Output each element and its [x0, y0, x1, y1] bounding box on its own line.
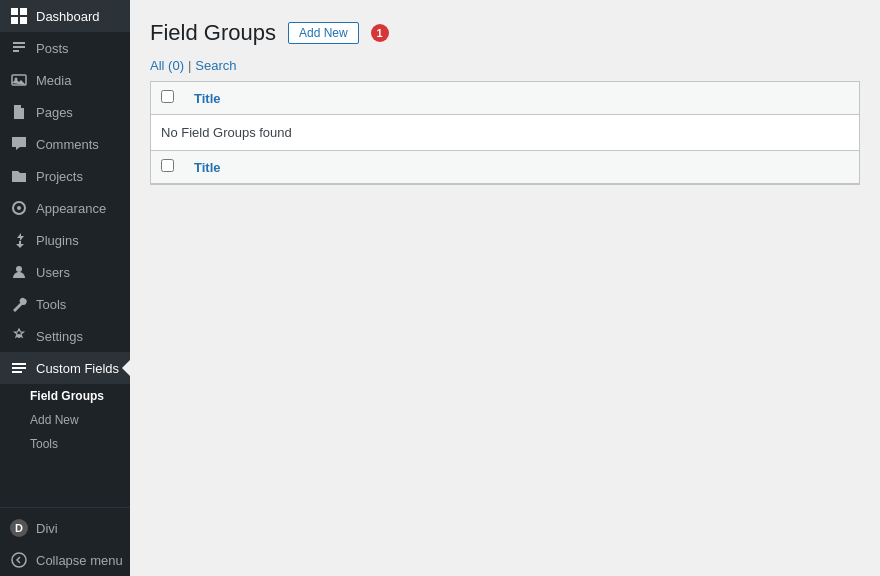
sidebar-item-posts[interactable]: Posts	[0, 32, 130, 64]
table-header-row: Title	[151, 82, 859, 115]
notification-badge: 1	[371, 24, 389, 42]
submenu-item-tools[interactable]: Tools	[0, 432, 130, 456]
sidebar-item-users[interactable]: Users	[0, 256, 130, 288]
active-arrow	[123, 361, 130, 375]
sidebar-item-label: Media	[36, 73, 71, 88]
filter-search-link[interactable]: Search	[195, 58, 236, 73]
select-all-header	[151, 82, 184, 115]
svg-rect-1	[20, 8, 27, 15]
settings-icon	[10, 327, 28, 345]
sidebar-item-divi[interactable]: D Divi	[0, 512, 130, 544]
custom-fields-submenu: Field Groups Add New Tools	[0, 384, 130, 456]
svg-rect-11	[12, 371, 22, 373]
comments-icon	[10, 135, 28, 153]
sidebar-item-label: Divi	[36, 521, 58, 536]
svg-rect-9	[12, 363, 26, 365]
sidebar-item-label: Settings	[36, 329, 83, 344]
table-footer-row: Title	[151, 151, 859, 184]
custom-fields-icon	[10, 359, 28, 377]
svg-point-7	[16, 266, 22, 272]
sidebar-item-label: Custom Fields	[36, 361, 119, 376]
svg-point-6	[17, 206, 21, 210]
filter-bar: All (0) | Search	[150, 58, 860, 73]
field-groups-table-wrap: Title No Field Groups found	[150, 81, 860, 185]
add-new-button[interactable]: Add New	[288, 22, 359, 44]
page-title: Field Groups	[150, 20, 276, 46]
title-column-header: Title	[184, 82, 859, 115]
media-icon	[10, 71, 28, 89]
sidebar-item-collapse[interactable]: Collapse menu	[0, 544, 130, 576]
tools-icon	[10, 295, 28, 313]
sidebar-item-label: Comments	[36, 137, 99, 152]
sidebar-item-label: Tools	[36, 297, 66, 312]
dashboard-icon	[10, 7, 28, 25]
page-title-row: Field Groups Add New 1	[150, 20, 860, 46]
pages-icon	[10, 103, 28, 121]
plugins-icon	[10, 231, 28, 249]
main-content: Field Groups Add New 1 All (0) | Search	[130, 0, 880, 576]
sidebar-item-pages[interactable]: Pages	[0, 96, 130, 128]
title-sort-link[interactable]: Title	[194, 91, 221, 106]
sidebar-item-plugins[interactable]: Plugins	[0, 224, 130, 256]
table-body: No Field Groups found	[151, 115, 859, 151]
select-all-checkbox[interactable]	[161, 90, 174, 103]
sidebar-item-label: Projects	[36, 169, 83, 184]
sidebar-item-label: Pages	[36, 105, 73, 120]
submenu-item-add-new[interactable]: Add New	[0, 408, 130, 432]
sidebar: Dashboard Posts Media Pages Comments Pro…	[0, 0, 130, 576]
users-icon	[10, 263, 28, 281]
select-all-footer-checkbox[interactable]	[161, 159, 174, 172]
no-items-row: No Field Groups found	[151, 115, 859, 151]
sidebar-item-label: Collapse menu	[36, 553, 123, 568]
field-groups-table: Title No Field Groups found	[151, 82, 859, 184]
divi-icon: D	[10, 519, 28, 537]
sidebar-item-projects[interactable]: Projects	[0, 160, 130, 192]
sidebar-item-settings[interactable]: Settings	[0, 320, 130, 352]
filter-all-link[interactable]: All (0)	[150, 58, 184, 73]
submenu-item-field-groups[interactable]: Field Groups	[0, 384, 130, 408]
appearance-icon	[10, 199, 28, 217]
sidebar-item-dashboard[interactable]: Dashboard	[0, 0, 130, 32]
sidebar-item-tools[interactable]: Tools	[0, 288, 130, 320]
sidebar-item-appearance[interactable]: Appearance	[0, 192, 130, 224]
sidebar-item-label: Appearance	[36, 201, 106, 216]
title-footer-sort-link[interactable]: Title	[194, 160, 221, 175]
no-items-message: No Field Groups found	[151, 115, 859, 151]
sidebar-item-custom-fields[interactable]: Custom Fields	[0, 352, 130, 384]
sidebar-item-label: Dashboard	[36, 9, 100, 24]
sidebar-bottom: D Divi Collapse menu	[0, 507, 130, 576]
sidebar-item-label: Plugins	[36, 233, 79, 248]
posts-icon	[10, 39, 28, 57]
svg-rect-3	[20, 17, 27, 24]
select-all-footer	[151, 151, 184, 184]
sidebar-item-media[interactable]: Media	[0, 64, 130, 96]
title-footer-header: Title	[184, 151, 859, 184]
collapse-icon	[10, 551, 28, 569]
filter-separator: |	[188, 58, 191, 73]
svg-rect-10	[12, 367, 26, 369]
svg-point-12	[12, 553, 26, 567]
sidebar-item-label: Users	[36, 265, 70, 280]
sidebar-item-comments[interactable]: Comments	[0, 128, 130, 160]
svg-rect-2	[11, 17, 18, 24]
sidebar-item-label: Posts	[36, 41, 69, 56]
projects-icon	[10, 167, 28, 185]
svg-rect-0	[11, 8, 18, 15]
